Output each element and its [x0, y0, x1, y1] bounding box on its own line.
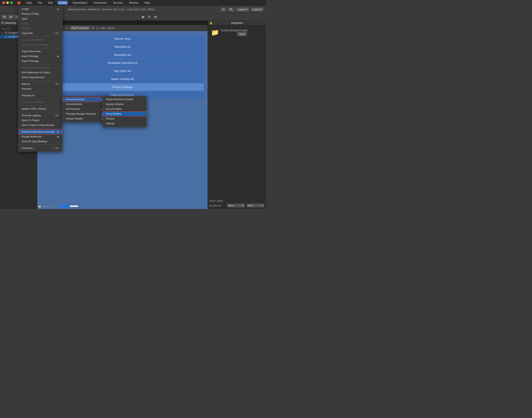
- cm-google-mobile-ads[interactable]: Google Mobile Ads ▶: [18, 134, 62, 139]
- scene-btn-app-open[interactable]: App Open Ad: [41, 67, 204, 75]
- chevron-ab-icon: ▾: [242, 204, 243, 207]
- cm-properties[interactable]: Properties... ⌥⌘P: [18, 146, 62, 151]
- chevron-down-icon: ▾: [246, 8, 247, 11]
- scene-btn-rewarded-interstitial[interactable]: Rewarded Interstitial Ad: [41, 59, 204, 67]
- cm-view-package-manager: View in Package Manager: [18, 42, 62, 47]
- cm-delete-resolved[interactable]: Delete Resolved Libraries: [103, 97, 147, 102]
- scene-toolbar: Aspect ▾ Scale —— 2x Play Focused ▾ 🔊 📺 …: [37, 25, 208, 31]
- menu-help[interactable]: Help: [143, 1, 151, 5]
- toolbar-right: ⟲ 🔍 Layers ▾ Layout ▾: [221, 7, 264, 12]
- scene-btn-native-overlay[interactable]: Native Overlay Ad: [41, 75, 204, 83]
- folder-icon-big: 📁: [211, 29, 219, 36]
- cm-update-uxml[interactable]: Update UXML Schema: [18, 106, 62, 111]
- cm-generate-lighting[interactable]: Generate Lighting ⇧⌘L: [18, 113, 62, 118]
- assetbundle-label: AssetBundle: [209, 204, 225, 207]
- folder-icon-footer: 📁: [38, 205, 41, 208]
- menu-edit[interactable]: Edit: [47, 1, 54, 5]
- play-controls: ▶ ⏸ ⏭: [141, 14, 159, 19]
- cm-copy-path[interactable]: Copy Path ⌥⌘C: [18, 31, 62, 36]
- cm-import-new-asset[interactable]: Import New Asset...: [18, 49, 62, 54]
- menu-assets[interactable]: Assets: [58, 1, 68, 5]
- cm-ext-dep-manager[interactable]: External Dependency Manager ▶: [18, 129, 62, 134]
- cm-import-pkg-arrow: ▶: [57, 55, 59, 58]
- play-focused-dropdown[interactable]: Play Focused ▾: [70, 26, 90, 30]
- cm-reimport[interactable]: Reimport: [18, 86, 62, 91]
- cm-force-resolve[interactable]: Force Resolve: [103, 111, 147, 116]
- cm-select-deps[interactable]: Select Dependencies: [18, 75, 62, 80]
- maximize-button[interactable]: [10, 1, 13, 4]
- layout-dropdown[interactable]: Layout ▾: [251, 7, 264, 12]
- cm-ios-resolver[interactable]: iOS Resolver ▶: [63, 107, 107, 111]
- assetbundle-dropdown[interactable]: None ▾: [227, 204, 245, 207]
- menu-services[interactable]: Services: [112, 1, 124, 5]
- cm-extdep-documentation[interactable]: Documentation: [63, 102, 107, 107]
- scene-btn-interstitial[interactable]: Interstitial Ad: [41, 43, 204, 50]
- undo-history-btn[interactable]: ⟲: [221, 7, 226, 12]
- cm-sep-10: [18, 145, 62, 145]
- cm-reimport-all[interactable]: Reimport All: [18, 93, 62, 98]
- transform-tool[interactable]: ⊞: [2, 15, 7, 19]
- cm-import-package[interactable]: Import Package ▶: [18, 54, 62, 59]
- cm-resolve[interactable]: Resolve: [103, 116, 147, 121]
- minimize-button[interactable]: [6, 1, 9, 4]
- layers-dropdown[interactable]: Layers ▾: [236, 7, 249, 12]
- menu-unity[interactable]: Unity: [24, 1, 33, 5]
- cm-refresh[interactable]: Refresh ⌘R: [18, 82, 62, 86]
- chevron-pf-icon: ▾: [87, 27, 88, 29]
- pause-button[interactable]: ⏸: [147, 15, 152, 19]
- cm-view-import-activity[interactable]: View in Import Activity Window: [18, 123, 62, 128]
- step-button[interactable]: ⏭: [153, 15, 159, 19]
- apple-menu[interactable]: 🍎: [17, 1, 21, 5]
- cm-find-refs-scene: Find References In Scene: [18, 65, 62, 70]
- cm-display-libraries[interactable]: Display Libraries: [103, 102, 147, 107]
- project-zoom-slider[interactable]: [58, 205, 78, 208]
- cube-icon: ◈: [5, 35, 7, 38]
- cm-sep-2: [18, 48, 62, 48]
- cm-android-resolver[interactable]: Android Resolver ▶: [63, 97, 107, 102]
- menu-component[interactable]: Component: [92, 1, 108, 5]
- asset-label-row: AssetBundle None ▾ None ▾: [209, 204, 264, 207]
- inspector-open-button[interactable]: Open: [237, 32, 247, 36]
- cm-create[interactable]: Create ▶: [18, 7, 62, 12]
- menu-file[interactable]: File: [37, 1, 43, 5]
- cm-version-handler[interactable]: Version Handler ▶: [63, 116, 107, 121]
- inspector-menu-icon[interactable]: ⋮: [262, 21, 264, 24]
- cm-open-csharp[interactable]: Open C# Project: [18, 118, 62, 123]
- scroll-area: [58, 205, 78, 208]
- android-resolver-submenu: Delete Resolved Libraries Display Librar…: [102, 96, 147, 127]
- cm-find-refs-project[interactable]: Find References In Project: [18, 70, 62, 75]
- project-footer: 📁 Assets/Scenes: [38, 205, 78, 208]
- close-button[interactable]: [2, 1, 5, 4]
- play-button[interactable]: ▶: [141, 14, 146, 19]
- cm-sep-3: [18, 64, 62, 65]
- cm-open-scene-additive: Open Scene Additive: [18, 37, 62, 42]
- scene-icon: 🎬: [4, 31, 7, 34]
- cm-sep-1: [18, 36, 62, 37]
- traffic-lights: [2, 1, 13, 4]
- move-tool[interactable]: ✥: [8, 15, 14, 19]
- cm-open[interactable]: Open: [18, 16, 62, 21]
- inspector-asset-name: Scenes (Default Asset): [221, 29, 247, 32]
- cm-export-package[interactable]: Export Package...: [18, 59, 62, 63]
- lock-icon[interactable]: 🔒: [209, 21, 213, 24]
- inspector-title: Inspector: [231, 21, 243, 24]
- assets-context-menu: Create ▶ Reveal in Finder Open Delete Re…: [18, 6, 62, 151]
- chevron-abt-icon: ▾: [262, 204, 263, 207]
- search-btn[interactable]: 🔍: [228, 7, 235, 12]
- chevron-down-icon-layout: ▾: [261, 8, 262, 11]
- scene-btn-rewarded[interactable]: Rewarded Ad: [41, 51, 204, 58]
- cm-android-documentation[interactable]: Documentation: [103, 107, 147, 111]
- mute-icon: 🔊: [92, 27, 94, 29]
- tree-expand-arrow: ▼: [2, 32, 4, 34]
- scene-btn-banner[interactable]: Banner View: [41, 35, 204, 42]
- dropdown-arrow: ▼▲: [2, 28, 6, 30]
- cm-reveal-finder[interactable]: Reveal in Finder: [18, 12, 62, 16]
- cm-seed-xr[interactable]: Seed XR Input Bindings: [18, 139, 62, 144]
- cm-settings[interactable]: Settings: [103, 121, 147, 126]
- scene-btn-privacy[interactable]: Privacy Settings: [41, 83, 204, 91]
- menu-gameobject[interactable]: GameObject: [71, 1, 89, 5]
- cm-sep-7: [18, 105, 62, 106]
- assetbundle-type-dropdown[interactable]: None ▾: [246, 204, 264, 207]
- cm-pkg-manager-resolver[interactable]: Package Manager Resolver ▶: [63, 111, 107, 116]
- menu-window[interactable]: Window: [128, 1, 139, 5]
